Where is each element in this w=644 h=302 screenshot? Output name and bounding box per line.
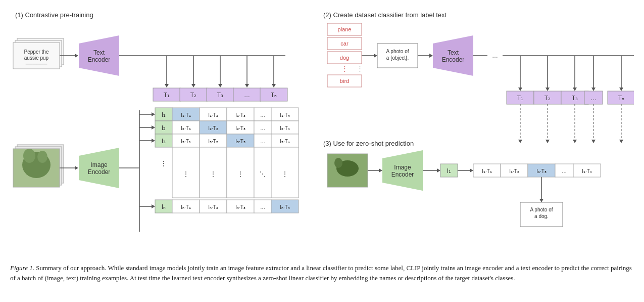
svg-point-37 [23, 149, 35, 163]
figure-label: Figure 1. [10, 264, 34, 272]
svg-text:⋮: ⋮ [237, 170, 243, 178]
svg-text:I₁·Tₙ: I₁·Tₙ [582, 168, 592, 174]
svg-marker-18 [218, 84, 222, 88]
svg-text:⋮: ⋮ [282, 170, 288, 178]
svg-text:I₁·Tₙ: I₁·Tₙ [280, 112, 290, 118]
svg-marker-40 [75, 166, 78, 170]
svg-text:…: … [562, 168, 567, 174]
svg-marker-16 [191, 84, 195, 88]
svg-text:I₃·Tₙ: I₃·Tₙ [280, 139, 290, 144]
svg-text:I₃·T₂: I₃·T₂ [208, 139, 218, 144]
svg-text:A photo of: A photo of [386, 49, 409, 54]
svg-point-158 [334, 158, 342, 168]
svg-text:T₁: T₁ [164, 92, 170, 99]
svg-marker-194 [619, 140, 623, 143]
svg-text:I₁·T₃: I₁·T₃ [235, 112, 245, 118]
svg-text:Text: Text [448, 49, 459, 56]
svg-text:──────: ────── [25, 61, 47, 67]
svg-marker-186 [518, 140, 522, 143]
svg-text:Tₙ: Tₙ [618, 95, 624, 102]
main-diagram: (1) Contrastive pre-training (2) Create … [10, 9, 634, 257]
svg-text:I₁·T₁: I₁·T₁ [482, 168, 492, 174]
section3-title: (3) Use for zero-shot prediction [323, 140, 414, 147]
svg-text:bird: bird [340, 78, 349, 84]
svg-text:⋮: ⋮ [210, 170, 216, 178]
svg-text:Iₙ: Iₙ [162, 203, 166, 210]
svg-text:I₂: I₂ [162, 124, 166, 132]
svg-text:I₂·T₂: I₂·T₂ [208, 125, 218, 131]
svg-text:dog: dog [340, 55, 349, 61]
svg-text:I₃·T₃: I₃·T₃ [235, 139, 245, 144]
svg-marker-129 [429, 54, 433, 58]
svg-text:T₃: T₃ [217, 92, 223, 99]
svg-text:I₁·T₁: I₁·T₁ [181, 112, 191, 118]
svg-marker-190 [573, 140, 577, 143]
svg-text:I₁: I₁ [447, 167, 451, 175]
svg-text:I₃·T₁: I₃·T₁ [181, 139, 191, 144]
svg-text:plane: plane [338, 26, 352, 32]
svg-text:⋮: ⋮ [160, 159, 167, 167]
svg-marker-49 [152, 125, 155, 130]
svg-marker-53 [152, 204, 155, 208]
svg-point-38 [37, 151, 47, 163]
svg-text:Encoder: Encoder [88, 56, 111, 63]
svg-marker-160 [379, 168, 382, 172]
svg-text:Encoder: Encoder [391, 171, 414, 178]
svg-text:Iₙ·T₁: Iₙ·T₁ [181, 204, 191, 210]
svg-text:Iₙ·T₃: Iₙ·T₃ [235, 204, 245, 210]
svg-marker-141 [573, 88, 577, 91]
svg-marker-124 [374, 54, 377, 58]
svg-text:T₁: T₁ [517, 95, 523, 102]
svg-marker-143 [591, 88, 596, 91]
svg-text:⋮: ⋮ [341, 65, 348, 72]
svg-text:Iₙ·Tₙ: Iₙ·Tₙ [280, 204, 290, 210]
svg-text:Iₙ·T₂: Iₙ·T₂ [208, 204, 218, 210]
svg-text:T₂: T₂ [190, 92, 196, 99]
svg-text:A photo of: A photo of [530, 207, 553, 212]
svg-text:⋱: ⋱ [260, 170, 266, 178]
svg-text:I₁·T₂: I₁·T₂ [208, 112, 218, 118]
svg-text:Text: Text [93, 49, 105, 56]
svg-text:a {object}.: a {object}. [386, 55, 409, 61]
svg-marker-20 [272, 84, 276, 88]
svg-text:Encoder: Encoder [442, 56, 465, 63]
svg-text:T₃: T₃ [572, 95, 578, 102]
svg-text:I₁·T₂: I₁·T₂ [509, 168, 519, 174]
svg-text:⋮: ⋮ [357, 65, 363, 72]
section1-title: (1) Contrastive pre-training [15, 11, 93, 19]
svg-marker-192 [591, 140, 596, 143]
svg-marker-22 [245, 84, 249, 88]
svg-text:I₃: I₃ [162, 138, 166, 145]
svg-marker-47 [152, 112, 155, 116]
svg-text:I₂·T₁: I₂·T₁ [181, 125, 191, 131]
svg-text:…: … [590, 95, 597, 102]
svg-text:Pepper the: Pepper the [24, 49, 49, 55]
svg-text:I₂·Tₙ: I₂·Tₙ [280, 125, 290, 131]
caption-text: Summary of our approach. While standard … [10, 264, 632, 282]
svg-text:…: … [260, 112, 265, 118]
section2-title: (2) Create dataset classifier from label… [323, 11, 447, 19]
svg-text:I₁: I₁ [162, 111, 166, 118]
svg-text:a dog.: a dog. [534, 213, 549, 219]
svg-text:car: car [340, 40, 349, 47]
svg-marker-188 [546, 140, 550, 143]
svg-marker-51 [152, 139, 155, 143]
svg-text:Encoder: Encoder [88, 168, 111, 176]
svg-text:…: … [492, 52, 498, 59]
svg-marker-7 [75, 54, 78, 58]
svg-text:I₁·T₃: I₁·T₃ [536, 168, 547, 174]
svg-text:⋮: ⋮ [183, 170, 189, 178]
svg-marker-14 [165, 84, 169, 88]
figure-caption: Figure 1. Summary of our approach. While… [10, 263, 634, 283]
svg-text:…: … [260, 204, 265, 210]
svg-text:…: … [260, 139, 265, 144]
svg-text:aussie pup: aussie pup [24, 55, 49, 61]
svg-marker-137 [518, 88, 522, 91]
svg-text:…: … [260, 125, 265, 131]
svg-marker-145 [619, 88, 623, 91]
svg-text:…: … [244, 92, 250, 99]
svg-text:I₂·T₃: I₂·T₃ [235, 125, 245, 131]
svg-text:Image: Image [394, 164, 411, 171]
svg-marker-181 [539, 199, 543, 202]
svg-text:Image: Image [90, 161, 108, 168]
